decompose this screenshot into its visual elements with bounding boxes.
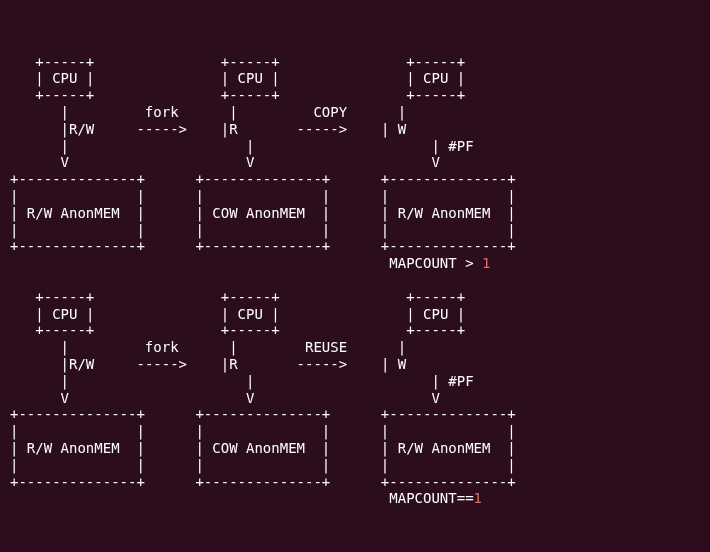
cpu-box-2: CPU <box>238 70 263 86</box>
mem-2b: COW AnonMEM <box>212 440 305 456</box>
cpu-box-3: CPU <box>423 70 448 86</box>
mapcount-label-bottom: MAPCOUNT== <box>389 490 473 506</box>
op-fork-b: fork <box>145 339 179 355</box>
cpu-box-3b: CPU <box>423 306 448 322</box>
mode-w: W <box>398 121 406 137</box>
mode-r-b: R <box>229 356 237 372</box>
mode-w-b: W <box>398 356 406 372</box>
mem-1b: R/W AnonMEM <box>27 440 120 456</box>
op-reuse: REUSE <box>305 339 347 355</box>
cpu-box-1b: CPU <box>52 306 77 322</box>
mem-1: R/W AnonMEM <box>27 205 120 221</box>
mapcount-value-bottom: 1 <box>474 490 482 506</box>
mapcount-value-top: 1 <box>482 255 490 271</box>
mem-2: COW AnonMEM <box>212 205 305 221</box>
mode-r: R <box>229 121 237 137</box>
op-fork: fork <box>145 104 179 120</box>
mem-3b: R/W AnonMEM <box>398 440 491 456</box>
mode-rw-b: R/W <box>69 356 94 372</box>
mem-3: R/W AnonMEM <box>398 205 491 221</box>
mapcount-label-top: MAPCOUNT > <box>389 255 473 271</box>
cpu-box-2b: CPU <box>238 306 263 322</box>
mode-pf-b: #PF <box>448 373 473 389</box>
op-copy: COPY <box>313 104 347 120</box>
mode-rw: R/W <box>69 121 94 137</box>
ascii-diagram: +-----+ +-----+ +-----+ | CPU | | CPU | … <box>10 54 700 508</box>
cpu-box-1: CPU <box>52 70 77 86</box>
mode-pf: #PF <box>448 138 473 154</box>
